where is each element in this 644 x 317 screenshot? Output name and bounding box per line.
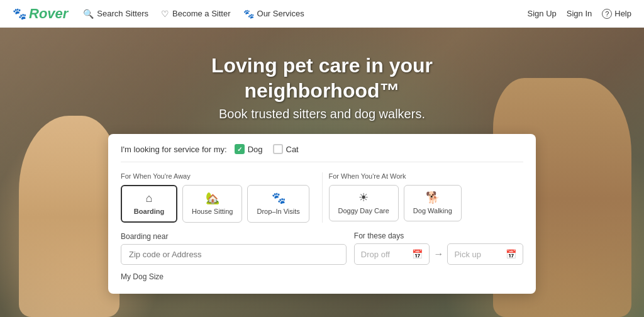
nav-our-services-label: Our Services (257, 9, 304, 18)
dog-walking-button[interactable]: 🐕 Dog Walking (404, 185, 462, 221)
away-label: For When You're Away (121, 172, 316, 180)
sign-in-link[interactable]: Sign In (567, 9, 592, 18)
cat-label: Cat (286, 145, 299, 154)
checkbox-group: ✓ Dog Cat (235, 144, 299, 154)
house-sitting-label: House Sitting (192, 208, 233, 215)
help-label: Help (614, 9, 631, 18)
dog-checkbox-item[interactable]: ✓ Dog (235, 144, 263, 154)
dog-walking-icon: 🐕 (426, 192, 440, 203)
work-section: For When You're At Work ☀ Doggy Day Care… (329, 172, 524, 223)
nav-left: 🔍 Search Sitters ♡ Become a Sitter 🐾 Our… (83, 9, 527, 19)
dog-label: Dog (248, 145, 263, 154)
boarding-near-input[interactable] (121, 244, 347, 265)
boarding-icon: ⌂ (146, 192, 153, 204)
hero-section: Loving pet care in your neighborhood™ Bo… (0, 28, 644, 317)
cat-decoration (19, 116, 119, 317)
help-circle-icon: ? (602, 9, 612, 19)
arrow-icon: → (433, 248, 443, 260)
help-link[interactable]: ? Help (602, 9, 631, 19)
dog-size-label: My Dog Size (121, 272, 523, 281)
calendar-icon-pickup: 📅 (506, 249, 516, 259)
work-label: For When You're At Work (329, 172, 524, 180)
doggy-day-care-label: Doggy Day Care (338, 207, 389, 214)
boarding-near-group: Boarding near (121, 232, 347, 265)
for-these-days-label: For these days (354, 231, 523, 240)
away-section: For When You're Away ⌂ Boarding 🏡 House … (121, 172, 316, 223)
boarding-near-label: Boarding near (121, 232, 347, 241)
drop-in-label: Drop–In Visits (257, 208, 299, 215)
nav-our-services[interactable]: 🐾 Our Services (243, 9, 304, 19)
for-these-days-group: For these days Drop off 📅 → Pick up 📅 (354, 231, 523, 265)
pet-type-toggle: I'm looking for service for my: ✓ Dog Ca… (121, 144, 523, 162)
boarding-label: Boarding (134, 208, 164, 215)
house-sitting-button[interactable]: 🏡 House Sitting (182, 185, 242, 223)
form-row: Boarding near For these days Drop off 📅 … (121, 231, 523, 265)
drop-in-button[interactable]: 🐾 Drop–In Visits (247, 185, 309, 223)
section-divider (322, 172, 323, 223)
nav-right: Sign Up Sign In ? Help (528, 9, 631, 19)
doggy-day-care-button[interactable]: ☀ Doggy Day Care (329, 185, 399, 221)
heart-icon: ♡ (161, 9, 169, 19)
cat-checkbox[interactable] (273, 144, 283, 154)
hero-subtitle: Book trusted sitters and dog walkers. (211, 107, 433, 121)
pick-up-placeholder: Pick up (454, 250, 481, 259)
drop-in-icon: 🐾 (272, 192, 286, 204)
services-paw-icon: 🐾 (243, 9, 254, 19)
service-sections: For When You're Away ⌂ Boarding 🏡 House … (121, 172, 523, 223)
hero-title-line1: Loving pet care in your neighborhood™ (211, 53, 433, 103)
hero-text: Loving pet care in your neighborhood™ Bo… (211, 53, 433, 121)
toggle-label: I'm looking for service for my: (121, 145, 227, 154)
check-icon: ✓ (237, 146, 242, 153)
calendar-icon-dropoff: 📅 (412, 249, 423, 259)
dog-checkbox[interactable]: ✓ (235, 144, 245, 154)
work-buttons: ☀ Doggy Day Care 🐕 Dog Walking (329, 185, 524, 221)
navbar: 🐾 Rover 🔍 Search Sitters ♡ Become a Sitt… (0, 0, 644, 28)
nav-search-sitters-label: Search Sitters (97, 9, 148, 18)
drop-off-placeholder: Drop off (361, 250, 390, 259)
away-buttons: ⌂ Boarding 🏡 House Sitting 🐾 Drop–In Vis… (121, 185, 316, 223)
dog-walking-label: Dog Walking (413, 207, 452, 214)
day-care-icon: ☀ (358, 192, 369, 203)
sign-up-link[interactable]: Sign Up (528, 9, 557, 18)
nav-become-sitter[interactable]: ♡ Become a Sitter (161, 9, 231, 19)
cat-checkbox-item[interactable]: Cat (273, 144, 299, 154)
logo[interactable]: 🐾 Rover (13, 6, 68, 22)
search-card: I'm looking for service for my: ✓ Dog Ca… (108, 134, 536, 294)
paw-icon: 🐾 (13, 7, 26, 21)
house-sitting-icon: 🏡 (206, 192, 219, 204)
logo-text: Rover (29, 6, 68, 22)
search-icon: 🔍 (83, 9, 94, 19)
nav-become-sitter-label: Become a Sitter (172, 9, 231, 18)
boarding-button[interactable]: ⌂ Boarding (121, 185, 177, 223)
nav-search-sitters[interactable]: 🔍 Search Sitters (83, 9, 148, 19)
